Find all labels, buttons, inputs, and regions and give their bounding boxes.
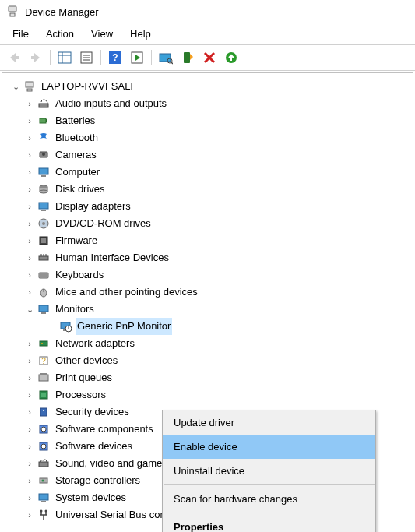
forward-button[interactable] [26, 48, 45, 67]
expand-icon[interactable]: › [24, 115, 35, 126]
tree-category[interactable]: ›Processors [5, 386, 410, 403]
expand-icon[interactable]: › [24, 372, 35, 383]
expand-icon[interactable]: › [24, 458, 35, 469]
expand-icon[interactable]: › [24, 287, 35, 298]
cm-separator [164, 513, 375, 513]
svg-rect-44 [41, 312, 46, 314]
svg-rect-20 [27, 89, 32, 91]
tree-category-label: Firmware [54, 232, 99, 249]
help-button[interactable]: ? [106, 48, 125, 67]
cm-scan-hardware[interactable]: Scan for hardware changes [163, 487, 375, 511]
svg-marker-17 [190, 54, 193, 60]
svg-rect-66 [41, 501, 46, 502]
svg-rect-23 [46, 119, 47, 122]
category-icon [37, 405, 51, 419]
expand-icon[interactable]: › [24, 218, 35, 229]
expand-icon[interactable]: › [24, 252, 35, 263]
expand-icon[interactable]: › [24, 492, 35, 503]
expand-icon[interactable]: › [24, 424, 35, 435]
menu-help[interactable]: Help [122, 25, 159, 43]
expand-icon[interactable]: › [24, 509, 35, 520]
svg-rect-13 [160, 54, 171, 62]
svg-rect-53 [40, 373, 47, 375]
expand-icon[interactable]: › [24, 270, 35, 280]
expand-icon[interactable]: › [24, 475, 35, 486]
tree-category-label: Disk drives [54, 181, 107, 198]
tree-category-label: Mice and other pointing devices [54, 284, 199, 301]
menu-view[interactable]: View [83, 25, 121, 43]
properties-button[interactable] [77, 48, 96, 67]
svg-point-25 [42, 153, 45, 156]
tree-device[interactable]: Generic PnP Monitor [5, 318, 410, 335]
collapse-icon[interactable]: ⌄ [10, 81, 21, 92]
cm-separator [164, 484, 375, 485]
expand-icon[interactable]: › [24, 407, 35, 417]
device-tree[interactable]: ⌄ LAPTOP-RVVFSALF ›Audio inputs and outp… [2, 72, 413, 532]
tree-category[interactable]: ›Network adapters [5, 335, 410, 352]
svg-rect-52 [39, 375, 48, 381]
expand-icon[interactable]: › [24, 132, 35, 143]
titlebar: Device Manager [0, 0, 415, 23]
expand-icon[interactable]: › [24, 441, 35, 452]
expand-icon[interactable]: › [24, 235, 35, 246]
expand-icon[interactable]: › [24, 338, 35, 349]
tree-category[interactable]: ›Batteries [5, 112, 410, 129]
cm-properties[interactable]: Properties [163, 515, 375, 532]
cm-update-driver[interactable]: Update driver [163, 410, 375, 435]
menu-action[interactable]: Action [38, 25, 82, 43]
svg-rect-22 [40, 118, 46, 123]
expand-icon[interactable]: › [24, 98, 35, 109]
category-icon [37, 199, 51, 213]
tree-category[interactable]: ›Mice and other pointing devices [5, 284, 410, 301]
toolbar: ? [0, 45, 415, 71]
svg-rect-19 [26, 82, 33, 87]
menu-file[interactable]: File [5, 25, 37, 43]
tree-category[interactable]: ›?Other devices [5, 352, 410, 369]
category-icon [37, 422, 51, 436]
tree-category-label: Security devices [54, 403, 131, 421]
tree-category-label: Keyboards [54, 266, 105, 284]
tree-category[interactable]: ⌄Monitors [5, 301, 410, 318]
update-driver-button[interactable] [178, 48, 197, 67]
svg-rect-27 [41, 175, 46, 177]
expand-icon[interactable]: › [24, 150, 35, 160]
tree-category[interactable]: ›Print queues [5, 369, 410, 386]
tree-category-label: Audio inputs and outputs [54, 95, 168, 112]
toolbar-separator [50, 50, 51, 65]
tree-category[interactable]: ›Display adapters [5, 198, 410, 215]
tree-category[interactable]: ›Disk drives [5, 181, 410, 198]
cm-uninstall-device[interactable]: Uninstall device [163, 459, 375, 483]
show-hide-tree-button[interactable] [55, 48, 74, 67]
enable-button[interactable] [222, 48, 241, 67]
tree-category[interactable]: ›Human Interface Devices [5, 249, 410, 266]
collapse-icon[interactable]: ⌄ [24, 304, 35, 315]
tree-category[interactable]: ›Keyboards [5, 266, 410, 284]
tree-root-label: LAPTOP-RVVFSALF [40, 78, 138, 95]
expand-icon[interactable]: › [24, 184, 35, 195]
svg-rect-0 [9, 6, 16, 12]
tree-category[interactable]: ›Cameras [5, 146, 410, 164]
svg-rect-26 [39, 168, 48, 174]
expand-icon[interactable]: › [24, 167, 35, 178]
expand-icon[interactable]: › [24, 201, 35, 212]
tree-category-label: Other devices [54, 352, 119, 369]
back-button[interactable] [5, 48, 23, 67]
context-menu: Update driver Enable device Uninstall de… [162, 410, 376, 532]
tree-category-label: Bluetooth [54, 129, 100, 146]
scan-hardware-button[interactable] [157, 48, 175, 67]
expand-icon[interactable]: › [24, 355, 35, 366]
tree-category[interactable]: ›Computer [5, 164, 410, 181]
tree-category[interactable]: ›DVD/CD-ROM drives [5, 215, 410, 232]
tree-root[interactable]: ⌄ LAPTOP-RVVFSALF [5, 78, 410, 95]
action-button[interactable] [128, 48, 146, 67]
cm-enable-device[interactable]: Enable device [163, 435, 375, 459]
tree-category[interactable]: ›Audio inputs and outputs [5, 95, 410, 112]
expand-icon[interactable]: › [24, 389, 35, 400]
tree-category[interactable]: ›Firmware [5, 232, 410, 249]
uninstall-button[interactable] [200, 48, 219, 67]
tree-category[interactable]: ›Bluetooth [5, 129, 410, 146]
category-icon [37, 491, 51, 505]
svg-rect-1 [10, 13, 15, 16]
toolbar-separator [151, 50, 152, 65]
menubar: File Action View Help [0, 23, 415, 45]
